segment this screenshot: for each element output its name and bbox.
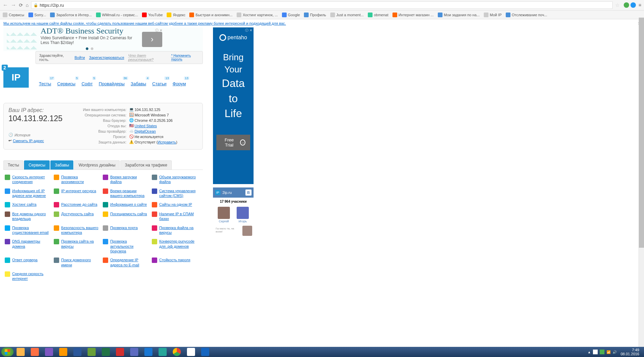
nav-articles[interactable]: 13Статьи (152, 81, 166, 86)
ip-row-link[interactable]: United States (135, 124, 157, 128)
site-icon (392, 13, 397, 17)
login-link[interactable]: Войти (74, 55, 85, 60)
tab-Заработок на трафике[interactable]: Заработок на трафике (120, 160, 171, 170)
bookmark-item[interactable]: YouTube (142, 13, 163, 17)
service-link[interactable]: Объем загружаемого файла (159, 175, 198, 184)
service-link[interactable]: Стойкость пароля (159, 258, 190, 262)
service-link[interactable]: Хостинг сайта (12, 202, 37, 207)
service-link[interactable]: Поиск доменного имени (61, 258, 100, 267)
main-nav: 17Тесты 5Сервисы 5Софт 36Провайдеры 4Заб… (39, 81, 186, 88)
ad-next-button[interactable]: › (142, 32, 162, 47)
menu-button[interactable]: ≡ (639, 2, 641, 8)
free-trial-button[interactable]: Free Trial → (216, 135, 250, 150)
home-button[interactable]: ⌂ (26, 2, 28, 8)
bookmark-item[interactable]: Яндекс (167, 13, 185, 17)
service-link[interactable]: Информация об IP адресе или домене (12, 188, 51, 198)
tab-Сервисы[interactable]: Сервисы (24, 160, 50, 170)
bookmark-item[interactable]: Интернет магазин ... (392, 13, 434, 17)
bookmark-star-icon[interactable]: ☆ (615, 2, 620, 8)
scrollbar-thumb[interactable] (639, 18, 644, 248)
service-link[interactable]: Наличие IP в СПАМ базах (159, 211, 198, 221)
folder-icon (3, 13, 7, 17)
service-link[interactable]: Проверка актуальности браузера (110, 239, 149, 253)
ad-info-icon[interactable]: ⓘ ✕ (245, 28, 252, 33)
site-logo[interactable]: 2 IP (3, 67, 29, 88)
history-link[interactable]: История (15, 133, 30, 137)
service-link[interactable]: Конвертер punycode для .рф доменов (159, 239, 198, 249)
service-link[interactable]: Расстояние до сайта (61, 202, 97, 207)
ip-row-value: DigitalOcean (135, 129, 156, 133)
service-icon (103, 258, 108, 263)
tab-Тесты[interactable]: Тесты (3, 160, 23, 170)
bookmark-item[interactable]: Google (282, 13, 300, 17)
extension-icon[interactable] (630, 2, 636, 8)
ip-row-value: Отсутствует (Исправить) (135, 140, 177, 144)
service-link[interactable]: Все домены одного владельца (12, 211, 51, 221)
service-link[interactable]: Ответ сервера (12, 258, 38, 262)
nav-providers[interactable]: 36Провайдеры (99, 81, 124, 86)
back-button[interactable]: ← (3, 2, 8, 8)
service-link[interactable]: Проверка файла на вирусы (159, 225, 198, 235)
register-hint[interactable]: Что дает регистрация? (128, 53, 167, 62)
register-link[interactable]: Зарегистрироваться (89, 55, 124, 60)
service-link[interactable]: Определение IP адреса по E-mail (110, 258, 149, 267)
sidebar-ad[interactable]: ⓘ ✕ pentaho Bring Your Data to Life Free… (213, 27, 254, 184)
bookmark-item[interactable]: Отслеживание поч... (506, 13, 547, 17)
service-icon (152, 225, 157, 231)
bookmark-item[interactable]: Sorry... (28, 13, 46, 17)
service-link[interactable]: Доступность сайта (61, 211, 94, 216)
nav-services[interactable]: 5Сервисы (57, 81, 75, 86)
service-cell: Проверка порта (101, 223, 150, 237)
nav-soft[interactable]: 5Софт (81, 81, 93, 86)
vertical-scrollbar[interactable] (639, 18, 644, 283)
bookmark-item[interactable]: Сервисы (3, 13, 24, 17)
service-link[interactable]: Проверка сайта на вирусы (61, 239, 100, 249)
nav-fun[interactable]: 4Забавы (131, 81, 146, 86)
service-link[interactable]: Сайты на одном IP (159, 202, 192, 207)
banner-ad[interactable]: ADT® Business Security Video Surveillanc… (3, 27, 203, 51)
nav-tests[interactable]: 17Тесты (39, 81, 51, 86)
bookmark-item[interactable]: Just a moment... (330, 13, 364, 17)
vk-header[interactable]: IP 2ip.ru В (213, 187, 254, 198)
bookmark-item[interactable]: Мой IP (484, 13, 502, 17)
reload-button[interactable]: ⟳ (19, 2, 23, 8)
service-link[interactable]: Время загрузки файла (110, 175, 149, 184)
bookmark-item[interactable]: WMmail.ru - сервис... (96, 13, 138, 17)
ad-info-icon[interactable]: ⓘ ✕ (155, 28, 162, 33)
extension-icon[interactable] (624, 2, 629, 8)
ip-info-row: Операционная система:🪟Microsoft Windows … (81, 113, 198, 117)
service-link[interactable]: Время реакции вашего компьютера (110, 188, 149, 198)
ip-row-value: United States (135, 124, 157, 128)
address-bar[interactable]: 🔒 https://2ip.ru (31, 1, 612, 9)
service-link[interactable]: Посещаемость сайта (110, 211, 147, 216)
bookmark-item[interactable]: Быстрая и анонимн... (189, 13, 232, 17)
bookmark-item[interactable]: Заработок в Интер... (50, 13, 92, 17)
bookmark-item[interactable]: obmenat (368, 13, 388, 17)
bookmark-item[interactable]: Мои задания по на... (438, 13, 480, 17)
service-link[interactable]: Безопасность вашего компьютера (61, 225, 100, 235)
remind-password[interactable]: * Напомнить пароль (171, 54, 199, 61)
bookmark-item[interactable]: Хостинг картинок, ... (237, 13, 278, 17)
forward-button[interactable]: → (11, 2, 16, 8)
vk-user[interactable]: Сергей (218, 207, 230, 223)
service-icon (54, 211, 59, 217)
tab-Забавы[interactable]: Забавы (50, 160, 73, 170)
tab-Wordpress дизайны[interactable]: Wordpress дизайны (74, 160, 120, 170)
fix-link[interactable]: Исправить (158, 140, 176, 144)
service-link[interactable]: Проверка порта (110, 225, 138, 230)
service-link[interactable]: Система управления сайтом (CMS) (159, 188, 198, 198)
service-link[interactable]: Скорость интернет соединения (12, 175, 51, 184)
service-link[interactable]: Средняя скорость интернет (12, 271, 51, 281)
info-icon: 🪟 (128, 113, 135, 117)
vk-user[interactable]: Игорь (237, 207, 249, 223)
bookmark-item[interactable]: Профиль (304, 13, 326, 17)
ip-row-link[interactable]: DigitalOcean (135, 129, 156, 133)
service-link[interactable]: Проверка анонимности (61, 175, 100, 184)
change-ip-link[interactable]: Сменить IP-адрес (13, 139, 44, 143)
nav-forum[interactable]: 13Форум (172, 81, 186, 86)
service-link[interactable]: Проверка существования email (12, 225, 51, 235)
service-link[interactable]: Информация о сайте (110, 202, 147, 207)
service-link[interactable]: DNS параметры домена (12, 239, 51, 249)
cookie-link[interactable]: Мы используем на нашем сайте файлы cooki… (3, 21, 286, 25)
service-link[interactable]: IP интернет ресурса (61, 188, 96, 193)
